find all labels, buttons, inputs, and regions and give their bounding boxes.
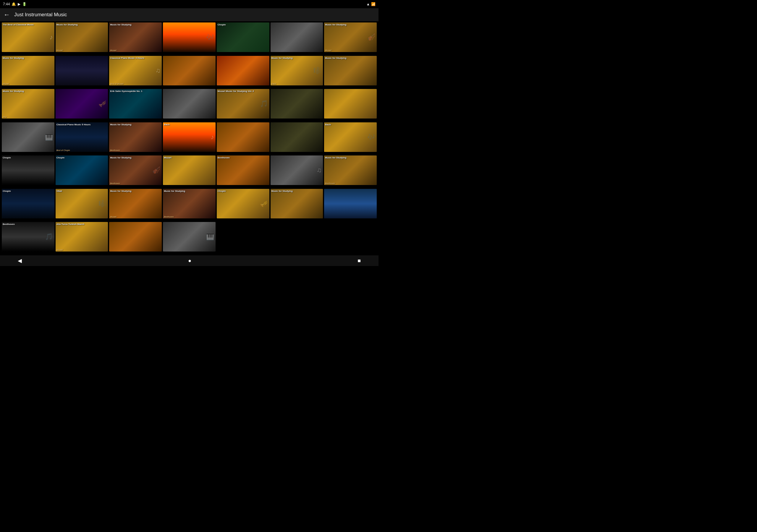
list-item[interactable] bbox=[324, 89, 377, 119]
list-item[interactable] bbox=[56, 56, 108, 85]
list-item[interactable] bbox=[324, 189, 377, 219]
list-item[interactable] bbox=[217, 122, 269, 152]
signal-icon: 📶 bbox=[371, 2, 376, 6]
home-nav-button[interactable]: ● bbox=[188, 258, 191, 264]
list-item[interactable]: ♫ bbox=[271, 156, 323, 185]
list-item[interactable]: Music for StudyingBeethoven bbox=[324, 156, 377, 185]
list-item[interactable]: 🎻Music for StudyingBeethoven bbox=[109, 156, 162, 185]
list-item[interactable]: Music for Studying bbox=[271, 189, 323, 219]
list-item[interactable]: Music for StudyingMozart bbox=[109, 22, 162, 52]
list-item[interactable] bbox=[271, 89, 323, 119]
wifi-icon: ▲ bbox=[366, 2, 370, 6]
status-right: ▲ 📶 bbox=[366, 2, 376, 6]
list-item[interactable]: Beethoven bbox=[217, 156, 269, 185]
list-item[interactable]: Alla Turca Turkish MarchMozart bbox=[56, 222, 108, 251]
list-item[interactable]: Chopin bbox=[2, 189, 54, 219]
video-grid: ♪The Best of Classical MusicMusic for St… bbox=[0, 21, 378, 255]
list-item[interactable]: ♪The Best of Classical Music bbox=[2, 22, 54, 52]
list-item[interactable] bbox=[163, 56, 216, 85]
list-item[interactable]: Erik Satie Gymnopédie No. 1 bbox=[109, 89, 162, 119]
list-item[interactable] bbox=[163, 89, 216, 119]
back-button[interactable]: ← bbox=[4, 11, 10, 18]
status-left: 7:44 🔔 ▶ 🔋 bbox=[3, 2, 27, 6]
list-item[interactable]: Chopin bbox=[56, 156, 108, 185]
list-item[interactable]: 🎵Mozart Music for Studying Vol. 2 bbox=[217, 89, 269, 119]
battery-icon: 🔋 bbox=[22, 2, 27, 6]
list-item[interactable]: 🎼Music for StudyingBach bbox=[271, 56, 323, 85]
list-item[interactable]: Music for StudyingMoz bbox=[2, 89, 54, 119]
page-title: Just Instrumental Music bbox=[14, 12, 67, 18]
list-item[interactable]: ♫Classical Piano Music 3 HoursBest of Mo… bbox=[109, 56, 162, 85]
list-item[interactable]: Music for Studying bbox=[324, 56, 377, 85]
list-item[interactable] bbox=[271, 122, 323, 152]
list-item[interactable]: Music for StudyingMozart bbox=[56, 22, 108, 52]
list-item[interactable]: Chopin bbox=[217, 22, 269, 52]
time: 7:44 bbox=[3, 2, 10, 6]
list-item[interactable]: Mozart bbox=[163, 156, 216, 185]
list-item[interactable]: ♪Bach bbox=[163, 122, 216, 152]
list-item[interactable]: 🎻Music for StudyingMozart bbox=[324, 22, 377, 52]
list-item[interactable] bbox=[217, 56, 269, 85]
top-bar: ← Just Instrumental Music bbox=[0, 8, 378, 21]
list-item[interactable]: Music for StudyingMozart bbox=[109, 189, 162, 219]
list-item[interactable]: 🎺 bbox=[56, 89, 108, 119]
list-item[interactable]: Music for StudyingBeethoven bbox=[109, 122, 162, 152]
list-item[interactable]: 🎼Vitali bbox=[56, 189, 108, 219]
list-item[interactable]: 🎵Beethoven bbox=[2, 222, 54, 251]
list-item[interactable]: 🎹 bbox=[2, 122, 54, 152]
list-item[interactable] bbox=[109, 222, 162, 251]
recents-nav-button[interactable]: ■ bbox=[357, 258, 361, 264]
list-item[interactable] bbox=[271, 22, 323, 52]
list-item[interactable]: Classical Piano Music 5 HoursBest of Cho… bbox=[56, 122, 108, 152]
list-item[interactable]: 🎶 bbox=[163, 22, 216, 52]
alarm-icon: 🔔 bbox=[12, 2, 16, 6]
list-item[interactable]: 🎶Bach bbox=[324, 122, 377, 152]
list-item[interactable]: 🎺Chopin bbox=[217, 189, 269, 219]
bottom-nav: ◀ ● ■ bbox=[0, 255, 378, 266]
list-item[interactable]: Chopin bbox=[2, 156, 54, 185]
media-icon: ▶ bbox=[18, 2, 20, 6]
status-bar: 7:44 🔔 ▶ 🔋 ▲ 📶 bbox=[0, 0, 378, 8]
back-nav-button[interactable]: ◀ bbox=[18, 257, 22, 264]
list-item[interactable]: 🎹 bbox=[163, 222, 216, 251]
list-item[interactable]: Music for StudyingBeethoven bbox=[163, 189, 216, 219]
list-item[interactable]: Music for StudyingMozart bbox=[2, 56, 54, 85]
